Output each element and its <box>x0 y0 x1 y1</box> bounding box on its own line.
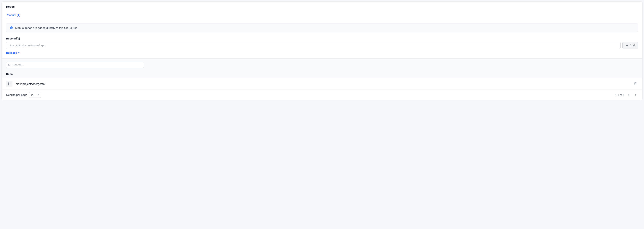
table-toolbar: Repo <box>2 58 642 78</box>
chevron-down-icon <box>36 94 39 96</box>
plus-icon <box>626 44 628 47</box>
repo-url-row: Add <box>6 42 638 49</box>
page-size-value: 20 <box>31 93 34 96</box>
manual-section: Manual repos are added directly to this … <box>2 19 642 58</box>
info-icon <box>10 26 13 30</box>
tab-manual[interactable]: Manual (1) <box>6 14 21 19</box>
repos-card: Repos Manual (1) Manual repos are added … <box>2 2 642 100</box>
bulk-add-link[interactable]: Bulk add <box>6 52 20 54</box>
pagination: Results per page 20 1-1 of 1 <box>2 90 642 100</box>
tabs: Manual (1) <box>2 14 642 19</box>
add-button-label: Add <box>630 44 635 47</box>
repo-path: file:///projects/mergestat <box>16 82 46 86</box>
delete-repo-button[interactable] <box>633 81 638 86</box>
page-size-select[interactable]: 20 <box>29 92 41 98</box>
svg-point-2 <box>11 27 12 27</box>
column-header-repo: Repo <box>6 72 638 76</box>
table-row: file:///projects/mergestat <box>2 78 642 90</box>
pagination-left: Results per page 20 <box>6 92 41 98</box>
alert-text: Manual repos are added directly to this … <box>15 26 78 30</box>
svg-line-6 <box>10 66 10 66</box>
card-header: Repos <box>2 2 642 8</box>
search-icon <box>8 64 11 66</box>
repo-url-label: Repo url(s) <box>6 37 638 40</box>
info-alert: Manual repos are added directly to this … <box>6 23 638 32</box>
results-per-page-label: Results per page <box>6 93 27 96</box>
chevron-down-icon <box>18 52 20 54</box>
search-input[interactable] <box>6 62 144 68</box>
prev-page-button[interactable] <box>626 92 631 97</box>
repo-url-input[interactable] <box>6 42 620 49</box>
repo-icon-box <box>6 80 12 87</box>
trash-icon <box>634 82 637 85</box>
svg-rect-1 <box>11 28 12 28</box>
pagination-right: 1-1 of 1 <box>615 92 638 97</box>
chevron-right-icon <box>634 93 637 97</box>
bulk-add-label: Bulk add <box>6 52 17 54</box>
card-title: Repos <box>6 5 638 8</box>
pagination-range: 1-1 of 1 <box>615 93 624 96</box>
search-wrapper <box>6 62 144 68</box>
add-button[interactable]: Add <box>622 42 638 49</box>
git-branch-icon <box>8 82 11 86</box>
row-left: file:///projects/mergestat <box>6 80 46 87</box>
chevron-left-icon <box>627 93 630 97</box>
next-page-button[interactable] <box>633 92 638 97</box>
